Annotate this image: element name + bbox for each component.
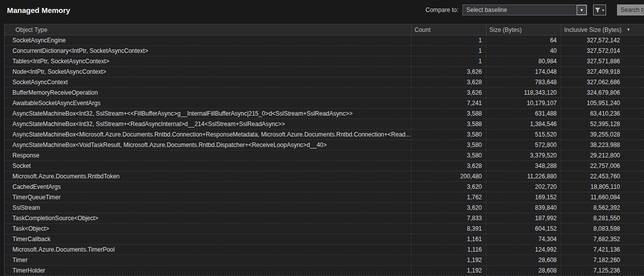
count-cell: 1 (411, 46, 486, 56)
table-row[interactable]: CachedEventArgs 3,620 202,720 18,805,110 (4, 182, 644, 192)
object-type-cell: SslStream (4, 203, 411, 213)
count-cell: 3,620 (411, 182, 486, 192)
table-row[interactable]: Response 3,580 3,379,520 29,212,800 (4, 150, 644, 161)
toolbar: Managed Memory Compare to: Select baseli… (0, 0, 644, 20)
object-type-cell: AsyncStateMachineBox<VoidTaskResult, Mic… (4, 140, 411, 150)
inclusive-size-cell: 11,660,084 (561, 192, 644, 202)
table-row[interactable]: SocketAsyncEngine 1 64 327,572,142 (4, 35, 644, 46)
count-cell: 1,161 (411, 234, 486, 244)
sort-descending-icon: ▼ (627, 27, 631, 32)
table-row[interactable]: Microsoft.Azure.Documents.RntbdToken 200… (4, 171, 644, 182)
size-cell: 187,992 (486, 213, 561, 223)
inclusive-size-cell: 327,571,886 (561, 56, 644, 66)
column-header-size-bytes[interactable]: Size (Bytes) (486, 24, 561, 35)
count-cell: 3,628 (411, 77, 486, 87)
table-row[interactable]: BufferMemoryReceiveOperation 3,626 118,3… (4, 88, 644, 98)
object-type-cell: Tables<IntPtr, SocketAsyncContext> (4, 56, 411, 66)
object-type-cell: ConcurrentDictionary<IntPtr, SocketAsync… (4, 46, 411, 56)
object-type-cell: TimerHolder (4, 266, 411, 276)
table-row[interactable]: SocketAsyncContext 3,628 783,648 327,062… (4, 77, 644, 88)
column-header-inclusive-size-bytes[interactable]: Inclusive Size (Bytes) ▼ (561, 24, 644, 35)
size-cell: 40 (486, 46, 561, 56)
count-cell: 3,580 (411, 130, 486, 139)
inclusive-size-cell: 327,572,142 (561, 35, 644, 45)
page-title: Managed Memory (7, 6, 70, 14)
inclusive-size-cell: 22,453,760 (561, 171, 644, 181)
table-row[interactable]: AsyncStateMachineBox<Int32, SslStream+<<… (4, 109, 644, 119)
inclusive-size-cell: 105,951,240 (561, 98, 644, 108)
count-cell: 1,192 (411, 255, 486, 265)
object-type-cell: BufferMemoryReceiveOperation (4, 88, 411, 98)
table-row[interactable]: AsyncStateMachineBox<Int32, SslStream+<R… (4, 119, 644, 130)
inclusive-size-cell: 327,062,686 (561, 77, 644, 87)
count-cell: 3,628 (411, 161, 486, 171)
table-row[interactable]: TaskCompletionSource<Object> 7,833 187,9… (4, 213, 644, 224)
size-cell: 64 (486, 35, 561, 45)
table-row[interactable]: SslStream 3,620 839,840 8,562,392 (4, 203, 644, 213)
size-cell: 118,343,120 (486, 88, 561, 98)
count-cell: 7,833 (411, 213, 486, 223)
table-row[interactable]: ConcurrentDictionary<IntPtr, SocketAsync… (4, 46, 644, 56)
table-row[interactable]: Task<Object> 8,391 604,152 8,083,598 (4, 224, 644, 234)
object-type-cell: AsyncStateMachineBox<Int32, SslStream+<R… (4, 119, 411, 129)
table-row[interactable]: AwaitableSocketAsyncEventArgs 7,241 10,1… (4, 98, 644, 109)
table-row[interactable]: TimerQueueTimer 1,762 169,152 11,660,084 (4, 192, 644, 203)
compare-to-label: Compare to: (426, 6, 458, 13)
inclusive-size-cell: 7,125,236 (561, 266, 644, 276)
object-type-cell: AsyncStateMachineBox<Microsoft.Azure.Doc… (4, 130, 411, 139)
object-type-cell: Microsoft.Azure.Documents.TimerPool (4, 245, 411, 255)
count-cell: 1,192 (411, 266, 486, 276)
table-row[interactable]: TimerHolder 1,192 28,608 7,125,236 (4, 266, 644, 276)
table-row[interactable]: Timer 1,192 28,608 7,182,260 (4, 255, 644, 266)
object-type-cell: Timer (4, 255, 411, 265)
count-cell: 200,480 (411, 171, 486, 181)
chevron-down-icon[interactable]: ▼ (577, 5, 587, 15)
table-row[interactable]: Microsoft.Azure.Documents.TimerPool 1,11… (4, 245, 644, 255)
inclusive-size-cell: 7,421,136 (561, 245, 644, 255)
count-cell: 3,580 (411, 150, 486, 160)
managed-memory-view: Managed Memory Compare to: Select baseli… (0, 0, 644, 276)
object-type-cell: AwaitableSocketAsyncEventArgs (4, 98, 411, 108)
inclusive-size-cell: 7,682,352 (561, 234, 644, 244)
size-cell: 348,288 (486, 161, 561, 171)
count-cell: 1 (411, 35, 486, 45)
size-cell: 10,179,107 (486, 98, 561, 108)
search-input[interactable] (617, 4, 644, 15)
table-row[interactable]: TimerCallback 1,161 74,304 7,682,352 (4, 234, 644, 245)
count-cell: 1,762 (411, 192, 486, 202)
size-cell: 74,304 (486, 234, 561, 244)
size-cell: 11,226,880 (486, 171, 561, 181)
count-cell: 3,626 (411, 67, 486, 77)
inclusive-size-cell: 8,562,392 (561, 203, 644, 213)
table-row[interactable]: Socket 3,628 348,288 22,757,006 (4, 161, 644, 171)
table-row[interactable]: Node<IntPtr, SocketAsyncContext> 3,626 1… (4, 67, 644, 77)
object-type-cell: SocketAsyncEngine (4, 35, 411, 45)
column-header-count[interactable]: Count (411, 24, 486, 35)
count-cell: 3,626 (411, 88, 486, 98)
baseline-dropdown[interactable]: Select baseline ▼ (462, 4, 587, 15)
object-type-cell: Microsoft.Azure.Documents.RntbdToken (4, 171, 411, 181)
object-type-cell: TimerCallback (4, 234, 411, 244)
inclusive-size-header-label: Inclusive Size (Bytes) (564, 26, 622, 33)
inclusive-size-cell: 327,572,014 (561, 46, 644, 56)
count-cell: 3,620 (411, 203, 486, 213)
size-cell: 631,488 (486, 109, 561, 119)
object-type-cell: Response (4, 150, 411, 160)
filter-button[interactable]: ▼ (593, 4, 606, 15)
count-cell: 3,580 (411, 140, 486, 150)
table-row[interactable]: Tables<IntPtr, SocketAsyncContext> 1 80,… (4, 56, 644, 67)
inclusive-size-cell: 8,281,550 (561, 213, 644, 223)
size-cell: 169,152 (486, 192, 561, 202)
size-cell: 202,720 (486, 182, 561, 192)
table-row[interactable]: AsyncStateMachineBox<VoidTaskResult, Mic… (4, 140, 644, 150)
column-header-object-type[interactable]: Object Type (4, 24, 411, 35)
size-cell: 1,384,546 (486, 119, 561, 129)
inclusive-size-cell: 39,255,028 (561, 130, 644, 139)
table-row[interactable]: AsyncStateMachineBox<Microsoft.Azure.Doc… (4, 130, 644, 140)
size-cell: 28,608 (486, 266, 561, 276)
inclusive-size-cell: 18,805,110 (561, 182, 644, 192)
size-cell: 839,840 (486, 203, 561, 213)
baseline-dropdown-value: Select baseline (463, 6, 577, 13)
size-cell: 515,520 (486, 130, 561, 139)
size-cell: 28,608 (486, 255, 561, 265)
